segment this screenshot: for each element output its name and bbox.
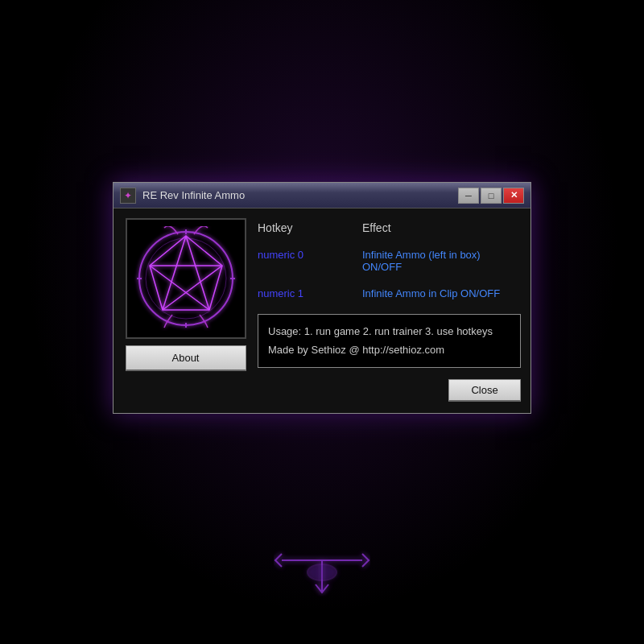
usage-line-1: Usage: 1. run game 2. run trainer 3. use… xyxy=(268,323,510,341)
svg-point-4 xyxy=(146,238,226,319)
usage-line-2: Made by Sethioz @ http://sethioz.com xyxy=(268,341,510,359)
hotkey-key-1: numeric 1 xyxy=(258,287,362,299)
window-content: About Hotkey Effect numeric 0 Infinite A… xyxy=(114,208,530,412)
hotkey-column-header: Hotkey xyxy=(258,221,362,234)
hotkey-row-1: numeric 1 Infinite Ammo in Clip ON/OFF xyxy=(258,284,521,303)
minimize-button[interactable]: ─ xyxy=(458,188,479,204)
title-bar: ✦ RE Rev Infinite Ammo ─ □ ✕ xyxy=(114,183,530,208)
svg-point-2 xyxy=(308,564,336,580)
right-panel: Hotkey Effect numeric 0 Infinite Ammo (l… xyxy=(258,218,521,402)
left-panel: About xyxy=(123,218,248,402)
window-title: RE Rev Infinite Ammo xyxy=(142,189,458,201)
main-window: ✦ RE Rev Infinite Ammo ─ □ ✕ xyxy=(113,182,531,413)
close-button[interactable]: Close xyxy=(448,379,521,402)
window-icon: ✦ xyxy=(120,188,136,204)
close-row: Close xyxy=(258,376,521,403)
maximize-button[interactable]: □ xyxy=(481,188,502,204)
bottom-decoration xyxy=(274,528,370,604)
window-close-button[interactable]: ✕ xyxy=(503,188,524,204)
hotkey-key-0: numeric 0 xyxy=(258,249,362,261)
table-header: Hotkey Effect xyxy=(258,221,521,237)
about-button[interactable]: About xyxy=(126,345,246,371)
hotkey-effect-1: Infinite Ammo in Clip ON/OFF xyxy=(362,287,521,299)
pentagram-icon xyxy=(134,226,238,331)
svg-line-10 xyxy=(150,266,209,310)
window-controls: ─ □ ✕ xyxy=(458,188,524,204)
hotkey-row-0: numeric 0 Infinite Ammo (left in box) ON… xyxy=(258,246,521,276)
svg-line-8 xyxy=(163,266,222,310)
svg-line-7 xyxy=(163,236,186,310)
hotkey-effect-0: Infinite Ammo (left in box) ON/OFF xyxy=(362,249,521,273)
effect-column-header: Effect xyxy=(362,221,521,234)
logo-area xyxy=(126,218,246,339)
usage-box: Usage: 1. run game 2. run trainer 3. use… xyxy=(258,314,521,367)
svg-line-6 xyxy=(186,236,209,310)
